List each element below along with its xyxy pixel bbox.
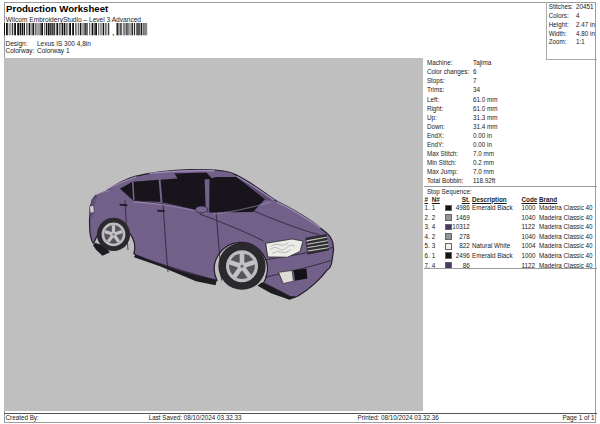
svg-text:,: , bbox=[112, 27, 115, 37]
